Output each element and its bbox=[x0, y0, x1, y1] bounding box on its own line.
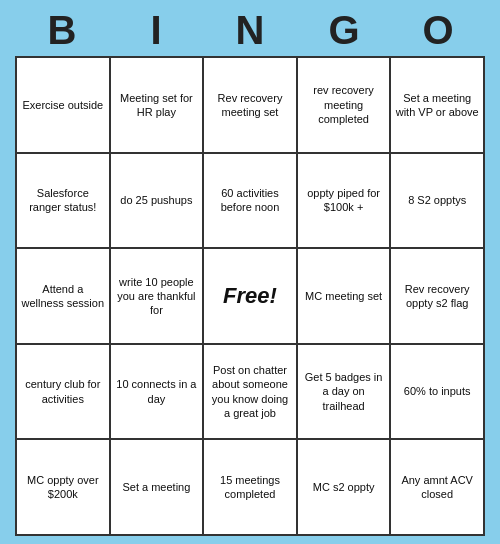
bingo-letter-i: I bbox=[109, 8, 203, 52]
bingo-letter-b: B bbox=[15, 8, 109, 52]
bingo-cell-8: oppty piped for $100k + bbox=[298, 154, 390, 248]
bingo-letter-n: N bbox=[203, 8, 297, 52]
bingo-cell-22: 15 meetings completed bbox=[204, 440, 296, 534]
bingo-cell-9: 8 S2 opptys bbox=[391, 154, 483, 248]
bingo-letter-g: G bbox=[297, 8, 391, 52]
bingo-cell-19: 60% to inputs bbox=[391, 345, 483, 439]
bingo-grid: Exercise outsideMeeting set for HR playR… bbox=[15, 56, 485, 536]
bingo-cell-24: Any amnt ACV closed bbox=[391, 440, 483, 534]
bingo-cell-4: Set a meeting with VP or above bbox=[391, 58, 483, 152]
bingo-cell-13: MC meeting set bbox=[298, 249, 390, 343]
bingo-cell-23: MC s2 oppty bbox=[298, 440, 390, 534]
bingo-cell-20: MC oppty over $200k bbox=[17, 440, 109, 534]
bingo-cell-16: 10 connects in a day bbox=[111, 345, 203, 439]
bingo-cell-1: Meeting set for HR play bbox=[111, 58, 203, 152]
bingo-cell-21: Set a meeting bbox=[111, 440, 203, 534]
bingo-cell-17: Post on chatter about someone you know d… bbox=[204, 345, 296, 439]
bingo-cell-7: 60 activities before noon bbox=[204, 154, 296, 248]
bingo-cell-18: Get 5 badges in a day on trailhead bbox=[298, 345, 390, 439]
bingo-cell-5: Salesforce ranger status! bbox=[17, 154, 109, 248]
bingo-cell-11: write 10 people you are thankful for bbox=[111, 249, 203, 343]
bingo-cell-0: Exercise outside bbox=[17, 58, 109, 152]
bingo-cell-6: do 25 pushups bbox=[111, 154, 203, 248]
bingo-cell-10: Attend a wellness session bbox=[17, 249, 109, 343]
bingo-letter-o: O bbox=[391, 8, 485, 52]
bingo-cell-3: rev recovery meeting completed bbox=[298, 58, 390, 152]
bingo-header: BINGO bbox=[15, 8, 485, 52]
bingo-cell-15: century club for activities bbox=[17, 345, 109, 439]
bingo-cell-12: Free! bbox=[204, 249, 296, 343]
bingo-cell-14: Rev recovery oppty s2 flag bbox=[391, 249, 483, 343]
bingo-cell-2: Rev recovery meeting set bbox=[204, 58, 296, 152]
